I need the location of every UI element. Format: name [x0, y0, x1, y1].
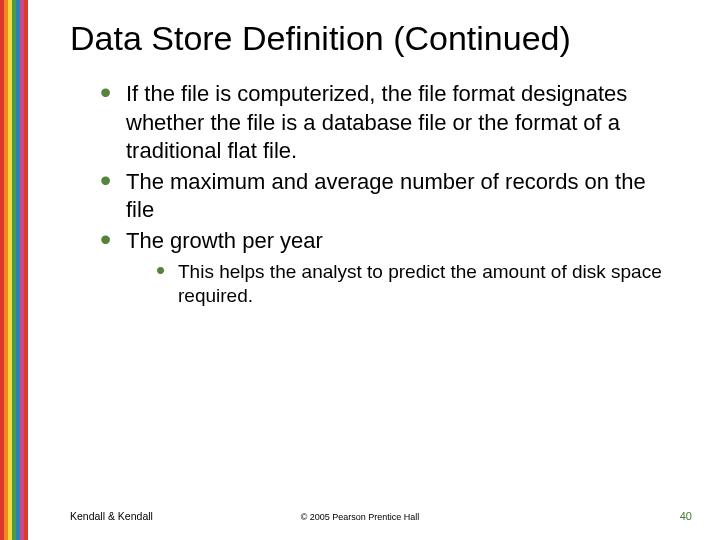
bullet-text: The growth per year — [126, 228, 323, 253]
slide: Data Store Definition (Continued) If the… — [0, 0, 720, 540]
bullet-item: If the file is computerized, the file fo… — [100, 80, 672, 166]
sub-bullet-item: This helps the analyst to predict the am… — [156, 260, 672, 309]
bullet-item: The maximum and average number of record… — [100, 168, 672, 225]
page-number: 40 — [680, 510, 692, 522]
sub-bullet-list: This helps the analyst to predict the am… — [156, 260, 672, 309]
bullet-list: If the file is computerized, the file fo… — [100, 80, 672, 309]
bullet-item: The growth per year This helps the analy… — [100, 227, 672, 309]
footer-copyright: © 2005 Pearson Prentice Hall — [0, 512, 720, 522]
slide-title: Data Store Definition (Continued) — [70, 18, 672, 58]
